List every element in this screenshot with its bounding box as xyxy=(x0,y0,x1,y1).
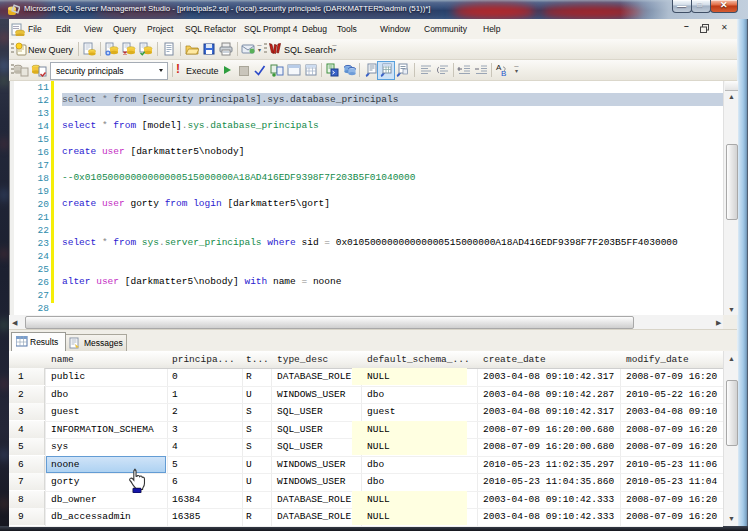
svg-text:B: B xyxy=(501,69,506,77)
